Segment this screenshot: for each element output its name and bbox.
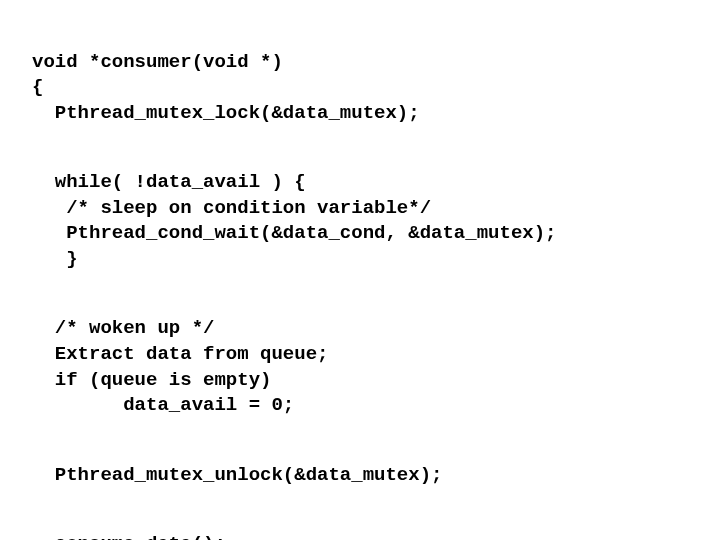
code-line: data_avail = 0; [32, 394, 294, 416]
code-line: Pthread_mutex_lock(&data_mutex); [32, 102, 420, 124]
code-snippet: void *consumer(void *) { Pthread_mutex_l… [0, 0, 720, 540]
code-line: while( !data_avail ) { [32, 171, 306, 193]
code-line: consume_data(); [32, 533, 226, 540]
code-line: Pthread_cond_wait(&data_cond, &data_mute… [32, 222, 557, 244]
code-para-1: void *consumer(void *) { Pthread_mutex_l… [32, 50, 688, 127]
code-para-2: while( !data_avail ) { /* sleep on condi… [32, 170, 688, 273]
code-line: /* woken up */ [32, 317, 214, 339]
code-para-4: Pthread_mutex_unlock(&data_mutex); [32, 463, 688, 489]
code-line: Pthread_mutex_unlock(&data_mutex); [32, 464, 442, 486]
code-para-5: consume_data(); } [32, 532, 688, 540]
code-line: void *consumer(void *) [32, 51, 283, 73]
code-para-3: /* woken up */ Extract data from queue; … [32, 316, 688, 419]
code-line: { [32, 76, 43, 98]
code-line: if (queue is empty) [32, 369, 271, 391]
code-line: } [32, 248, 78, 270]
code-line: /* sleep on condition variable*/ [32, 197, 431, 219]
code-line: Extract data from queue; [32, 343, 328, 365]
